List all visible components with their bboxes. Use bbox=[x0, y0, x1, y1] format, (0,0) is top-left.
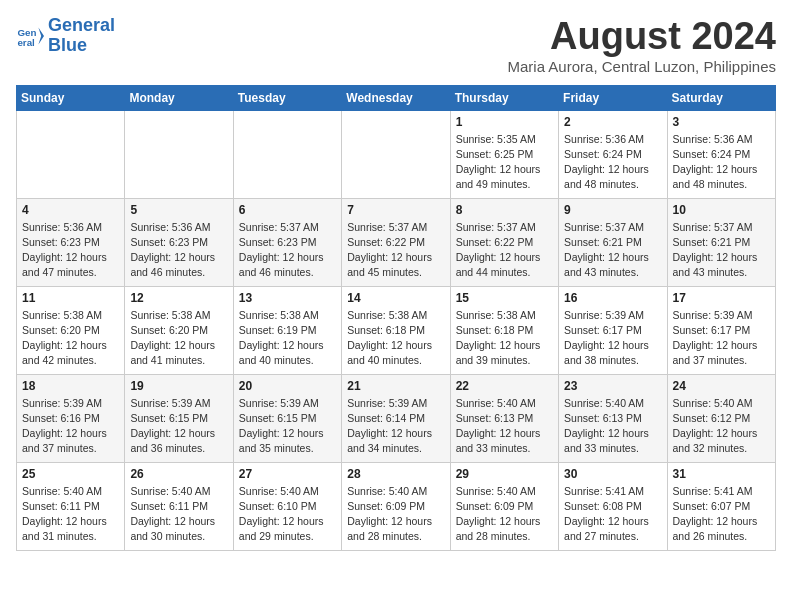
day-number: 26 bbox=[130, 467, 227, 481]
day-info: Sunrise: 5:40 AM Sunset: 6:12 PM Dayligh… bbox=[673, 396, 770, 457]
calendar-day-cell: 31Sunrise: 5:41 AM Sunset: 6:07 PM Dayli… bbox=[667, 462, 775, 550]
day-info: Sunrise: 5:36 AM Sunset: 6:23 PM Dayligh… bbox=[130, 220, 227, 281]
calendar-day-cell: 29Sunrise: 5:40 AM Sunset: 6:09 PM Dayli… bbox=[450, 462, 558, 550]
calendar-week-row: 1Sunrise: 5:35 AM Sunset: 6:25 PM Daylig… bbox=[17, 110, 776, 198]
calendar-body: 1Sunrise: 5:35 AM Sunset: 6:25 PM Daylig… bbox=[17, 110, 776, 550]
day-number: 5 bbox=[130, 203, 227, 217]
calendar-day-cell: 2Sunrise: 5:36 AM Sunset: 6:24 PM Daylig… bbox=[559, 110, 667, 198]
day-number: 19 bbox=[130, 379, 227, 393]
calendar-day-cell: 26Sunrise: 5:40 AM Sunset: 6:11 PM Dayli… bbox=[125, 462, 233, 550]
day-number: 3 bbox=[673, 115, 770, 129]
calendar-day-cell: 16Sunrise: 5:39 AM Sunset: 6:17 PM Dayli… bbox=[559, 286, 667, 374]
calendar-day-cell: 19Sunrise: 5:39 AM Sunset: 6:15 PM Dayli… bbox=[125, 374, 233, 462]
calendar-week-row: 18Sunrise: 5:39 AM Sunset: 6:16 PM Dayli… bbox=[17, 374, 776, 462]
calendar-day-cell: 8Sunrise: 5:37 AM Sunset: 6:22 PM Daylig… bbox=[450, 198, 558, 286]
weekday-header-cell: Saturday bbox=[667, 85, 775, 110]
calendar-table: SundayMondayTuesdayWednesdayThursdayFrid… bbox=[16, 85, 776, 551]
day-info: Sunrise: 5:36 AM Sunset: 6:24 PM Dayligh… bbox=[564, 132, 661, 193]
calendar-day-cell: 6Sunrise: 5:37 AM Sunset: 6:23 PM Daylig… bbox=[233, 198, 341, 286]
day-number: 28 bbox=[347, 467, 444, 481]
day-info: Sunrise: 5:35 AM Sunset: 6:25 PM Dayligh… bbox=[456, 132, 553, 193]
weekday-header-cell: Friday bbox=[559, 85, 667, 110]
day-number: 12 bbox=[130, 291, 227, 305]
calendar-day-cell: 15Sunrise: 5:38 AM Sunset: 6:18 PM Dayli… bbox=[450, 286, 558, 374]
calendar-day-cell: 20Sunrise: 5:39 AM Sunset: 6:15 PM Dayli… bbox=[233, 374, 341, 462]
day-info: Sunrise: 5:40 AM Sunset: 6:10 PM Dayligh… bbox=[239, 484, 336, 545]
logo: Gen eral General Blue bbox=[16, 16, 115, 56]
month-year-title: August 2024 bbox=[508, 16, 776, 58]
day-info: Sunrise: 5:37 AM Sunset: 6:22 PM Dayligh… bbox=[347, 220, 444, 281]
day-info: Sunrise: 5:39 AM Sunset: 6:16 PM Dayligh… bbox=[22, 396, 119, 457]
calendar-day-cell: 12Sunrise: 5:38 AM Sunset: 6:20 PM Dayli… bbox=[125, 286, 233, 374]
logo-text: General Blue bbox=[48, 16, 115, 56]
day-info: Sunrise: 5:41 AM Sunset: 6:07 PM Dayligh… bbox=[673, 484, 770, 545]
svg-marker-2 bbox=[38, 27, 44, 44]
calendar-week-row: 25Sunrise: 5:40 AM Sunset: 6:11 PM Dayli… bbox=[17, 462, 776, 550]
day-number: 2 bbox=[564, 115, 661, 129]
calendar-week-row: 11Sunrise: 5:38 AM Sunset: 6:20 PM Dayli… bbox=[17, 286, 776, 374]
day-info: Sunrise: 5:38 AM Sunset: 6:20 PM Dayligh… bbox=[130, 308, 227, 369]
weekday-header-cell: Wednesday bbox=[342, 85, 450, 110]
calendar-day-cell: 25Sunrise: 5:40 AM Sunset: 6:11 PM Dayli… bbox=[17, 462, 125, 550]
calendar-day-cell: 5Sunrise: 5:36 AM Sunset: 6:23 PM Daylig… bbox=[125, 198, 233, 286]
day-number: 24 bbox=[673, 379, 770, 393]
calendar-day-cell: 23Sunrise: 5:40 AM Sunset: 6:13 PM Dayli… bbox=[559, 374, 667, 462]
day-info: Sunrise: 5:40 AM Sunset: 6:13 PM Dayligh… bbox=[564, 396, 661, 457]
calendar-day-cell: 13Sunrise: 5:38 AM Sunset: 6:19 PM Dayli… bbox=[233, 286, 341, 374]
calendar-day-cell: 14Sunrise: 5:38 AM Sunset: 6:18 PM Dayli… bbox=[342, 286, 450, 374]
day-number: 22 bbox=[456, 379, 553, 393]
day-info: Sunrise: 5:40 AM Sunset: 6:09 PM Dayligh… bbox=[347, 484, 444, 545]
day-info: Sunrise: 5:39 AM Sunset: 6:17 PM Dayligh… bbox=[673, 308, 770, 369]
calendar-day-cell: 10Sunrise: 5:37 AM Sunset: 6:21 PM Dayli… bbox=[667, 198, 775, 286]
calendar-day-cell: 3Sunrise: 5:36 AM Sunset: 6:24 PM Daylig… bbox=[667, 110, 775, 198]
calendar-day-cell: 17Sunrise: 5:39 AM Sunset: 6:17 PM Dayli… bbox=[667, 286, 775, 374]
day-info: Sunrise: 5:39 AM Sunset: 6:14 PM Dayligh… bbox=[347, 396, 444, 457]
day-info: Sunrise: 5:36 AM Sunset: 6:23 PM Dayligh… bbox=[22, 220, 119, 281]
calendar-day-cell: 24Sunrise: 5:40 AM Sunset: 6:12 PM Dayli… bbox=[667, 374, 775, 462]
day-info: Sunrise: 5:39 AM Sunset: 6:15 PM Dayligh… bbox=[130, 396, 227, 457]
day-number: 27 bbox=[239, 467, 336, 481]
day-number: 18 bbox=[22, 379, 119, 393]
day-info: Sunrise: 5:40 AM Sunset: 6:11 PM Dayligh… bbox=[130, 484, 227, 545]
day-info: Sunrise: 5:41 AM Sunset: 6:08 PM Dayligh… bbox=[564, 484, 661, 545]
calendar-day-cell bbox=[17, 110, 125, 198]
calendar-day-cell bbox=[233, 110, 341, 198]
day-number: 10 bbox=[673, 203, 770, 217]
calendar-day-cell: 7Sunrise: 5:37 AM Sunset: 6:22 PM Daylig… bbox=[342, 198, 450, 286]
calendar-day-cell: 30Sunrise: 5:41 AM Sunset: 6:08 PM Dayli… bbox=[559, 462, 667, 550]
day-number: 4 bbox=[22, 203, 119, 217]
day-number: 9 bbox=[564, 203, 661, 217]
day-number: 1 bbox=[456, 115, 553, 129]
calendar-day-cell bbox=[342, 110, 450, 198]
day-number: 17 bbox=[673, 291, 770, 305]
weekday-header-cell: Monday bbox=[125, 85, 233, 110]
day-number: 6 bbox=[239, 203, 336, 217]
calendar-day-cell: 1Sunrise: 5:35 AM Sunset: 6:25 PM Daylig… bbox=[450, 110, 558, 198]
day-number: 20 bbox=[239, 379, 336, 393]
day-info: Sunrise: 5:40 AM Sunset: 6:11 PM Dayligh… bbox=[22, 484, 119, 545]
calendar-day-cell: 4Sunrise: 5:36 AM Sunset: 6:23 PM Daylig… bbox=[17, 198, 125, 286]
day-info: Sunrise: 5:36 AM Sunset: 6:24 PM Dayligh… bbox=[673, 132, 770, 193]
day-number: 16 bbox=[564, 291, 661, 305]
weekday-header-row: SundayMondayTuesdayWednesdayThursdayFrid… bbox=[17, 85, 776, 110]
calendar-day-cell: 22Sunrise: 5:40 AM Sunset: 6:13 PM Dayli… bbox=[450, 374, 558, 462]
day-info: Sunrise: 5:39 AM Sunset: 6:17 PM Dayligh… bbox=[564, 308, 661, 369]
day-number: 23 bbox=[564, 379, 661, 393]
day-number: 11 bbox=[22, 291, 119, 305]
calendar-week-row: 4Sunrise: 5:36 AM Sunset: 6:23 PM Daylig… bbox=[17, 198, 776, 286]
day-info: Sunrise: 5:40 AM Sunset: 6:13 PM Dayligh… bbox=[456, 396, 553, 457]
calendar-day-cell: 9Sunrise: 5:37 AM Sunset: 6:21 PM Daylig… bbox=[559, 198, 667, 286]
calendar-day-cell bbox=[125, 110, 233, 198]
location-subtitle: Maria Aurora, Central Luzon, Philippines bbox=[508, 58, 776, 75]
svg-text:eral: eral bbox=[17, 37, 35, 48]
calendar-day-cell: 21Sunrise: 5:39 AM Sunset: 6:14 PM Dayli… bbox=[342, 374, 450, 462]
calendar-day-cell: 11Sunrise: 5:38 AM Sunset: 6:20 PM Dayli… bbox=[17, 286, 125, 374]
day-number: 21 bbox=[347, 379, 444, 393]
day-info: Sunrise: 5:38 AM Sunset: 6:19 PM Dayligh… bbox=[239, 308, 336, 369]
page-header: Gen eral General Blue August 2024 Maria … bbox=[16, 16, 776, 75]
day-info: Sunrise: 5:37 AM Sunset: 6:21 PM Dayligh… bbox=[673, 220, 770, 281]
day-number: 15 bbox=[456, 291, 553, 305]
day-number: 14 bbox=[347, 291, 444, 305]
day-info: Sunrise: 5:37 AM Sunset: 6:22 PM Dayligh… bbox=[456, 220, 553, 281]
day-number: 30 bbox=[564, 467, 661, 481]
